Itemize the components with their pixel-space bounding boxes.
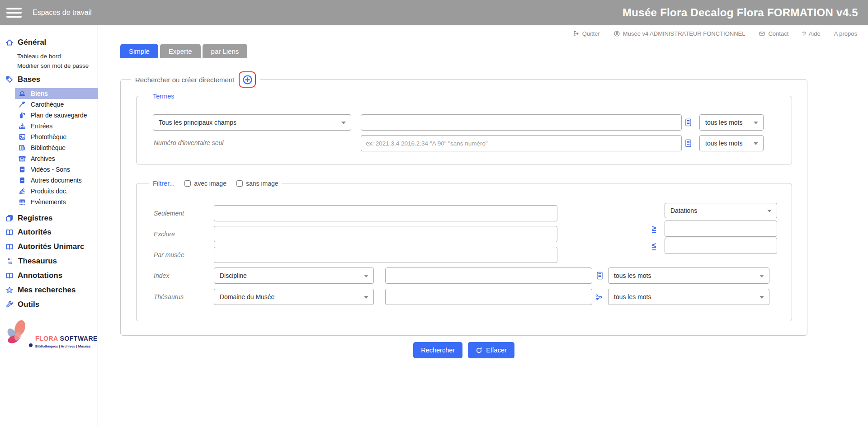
avec-image-checkbox[interactable] — [184, 180, 191, 187]
video-file-icon — [18, 165, 26, 174]
open-book-icon — [5, 243, 14, 251]
index-match-mode-dropdown[interactable]: tous les mots — [608, 267, 769, 284]
par-musee-label: Par musée — [154, 251, 184, 258]
mail-icon — [759, 30, 765, 37]
thesaurus-label: Thésaurus — [154, 293, 184, 300]
sidebar-section-thesaurus[interactable]: A↓↑B Thesaurus — [0, 254, 98, 268]
thesaurus-field-dropdown[interactable]: Domaine du Musée — [214, 289, 374, 305]
filter-legend[interactable]: Filtrer... — [153, 179, 175, 188]
panel-legend: Rechercher ou créer directement — [135, 76, 234, 84]
logo-tagline: Bibliothèques | Archives | Musées — [35, 344, 98, 348]
user-account-link[interactable]: Musée v4 ADMINISTRATEUR FONCTIONNEL — [613, 30, 745, 37]
fire-extinguisher-icon — [18, 111, 26, 119]
term-match-mode-dropdown[interactable]: tous les mots — [699, 114, 764, 131]
sidebar-item-evenements[interactable]: Evènements — [0, 197, 98, 207]
sidebar-section-mes-recherches[interactable]: Mes recherches — [0, 283, 98, 297]
text-cursor — [365, 118, 365, 127]
search-mode-tabs: Simple Experte par Liens — [120, 44, 247, 58]
term-search-input[interactable] — [361, 114, 682, 131]
rechercher-button[interactable]: Rechercher — [413, 342, 462, 358]
sidebar-section-label: Thesaurus — [18, 257, 57, 266]
sidebar-item-label: Archives — [31, 155, 55, 162]
flora-flower-icon — [3, 318, 31, 350]
a-propos-label: A propos — [834, 30, 857, 37]
chevron-down-icon — [364, 275, 368, 277]
sidebar-item-plan-de-sauvegarde[interactable]: Plan de sauvegarde — [0, 110, 98, 121]
index-lookup-icon[interactable] — [684, 118, 692, 127]
sidebar-section-autorites[interactable]: Autorités — [0, 225, 98, 239]
inventory-number-input[interactable] — [361, 135, 682, 151]
inventory-number-label: Numéro d'inventaire seul — [154, 139, 223, 146]
index-field-dropdown[interactable]: Discipline — [214, 267, 374, 284]
registers-icon — [5, 214, 14, 222]
datation-min-input[interactable] — [665, 221, 777, 237]
app-title: Musée Flora Decalog Flora FORMATION v4.5 — [623, 0, 858, 25]
field-selector-dropdown[interactable]: Tous les principaux champs — [153, 114, 351, 131]
thesaurus-value-input[interactable] — [385, 289, 592, 305]
sidebar-section-general[interactable]: Général — [0, 37, 98, 48]
chevron-down-icon — [754, 142, 758, 145]
sidebar-section-outils[interactable]: Outils — [0, 297, 98, 312]
sidebar: Général Tableau de bord Modifier son mot… — [0, 25, 98, 427]
a-propos-link[interactable]: A propos — [834, 30, 857, 37]
index-lookup-icon[interactable] — [684, 139, 692, 148]
sidebar-item-label: Photothèque — [31, 133, 66, 141]
sidebar-item-label: Biens — [31, 90, 48, 97]
datation-max-input[interactable] — [665, 238, 777, 254]
datations-dropdown[interactable]: Datations — [665, 203, 777, 218]
utility-bar: Quitter Musée v4 ADMINISTRATEUR FONCTION… — [573, 30, 857, 38]
sidebar-item-phototheque[interactable]: Photothèque — [0, 131, 98, 142]
logout-icon — [573, 30, 580, 37]
sidebar-item-carotheque[interactable]: Carothèque — [0, 99, 98, 110]
sidebar-item-autres-documents[interactable]: Autres documents — [0, 175, 98, 186]
effacer-button[interactable]: Effacer — [468, 342, 514, 358]
avec-image-option: avec image — [184, 179, 226, 188]
inventory-match-mode-dropdown[interactable]: tous les mots — [699, 135, 764, 151]
hamburger-menu-icon[interactable] — [6, 8, 22, 18]
sidebar-item-produits-doc[interactable]: Produits doc. — [0, 186, 98, 197]
gte-link[interactable]: ≥ — [652, 225, 656, 233]
image-icon — [18, 133, 26, 141]
sidebar-item-biens[interactable]: Biens — [15, 88, 98, 99]
contact-label: Contact — [768, 30, 788, 37]
termes-legend[interactable]: Termes — [149, 92, 178, 100]
logo-dot — [29, 343, 33, 347]
open-book-icon — [5, 272, 14, 280]
seulement-input[interactable] — [214, 205, 557, 221]
sidebar-item-label: Plan de sauvegarde — [31, 112, 87, 119]
chevron-down-icon — [767, 210, 772, 212]
help-icon: ? — [802, 30, 806, 38]
sidebar-item-videos-sons[interactable]: Vidéos - Sons — [0, 164, 98, 175]
sidebar-item-modifier-mot-de-passe[interactable]: Modifier son mot de passe — [0, 61, 98, 70]
calendar-icon — [18, 198, 26, 206]
lte-link[interactable]: ≤ — [652, 242, 656, 250]
contact-link[interactable]: Contact — [759, 30, 788, 37]
index-lookup-icon[interactable] — [596, 271, 604, 280]
exclure-input[interactable] — [214, 226, 557, 242]
tab-experte[interactable]: Experte — [160, 44, 201, 58]
inbox-download-icon — [18, 122, 26, 130]
sidebar-item-tableau-de-bord[interactable]: Tableau de bord — [0, 52, 98, 61]
thesaurus-match-mode-dropdown[interactable]: tous les mots — [608, 289, 769, 305]
sidebar-item-bibliotheque[interactable]: Bibliothèque — [0, 142, 98, 153]
search-create-panel: Rechercher ou créer directement Termes T… — [120, 79, 807, 336]
sidebar-item-label: Produits doc. — [31, 188, 68, 195]
index-value-input[interactable] — [385, 267, 592, 284]
sidebar-section-autorites-unimarc[interactable]: Autorités Unimarc — [0, 239, 98, 254]
sans-image-checkbox[interactable] — [236, 180, 243, 187]
quitter-link[interactable]: Quitter — [573, 30, 600, 37]
user-icon — [613, 30, 620, 37]
par-musee-input[interactable] — [214, 247, 557, 263]
sidebar-section-label: Autorités Unimarc — [18, 242, 84, 251]
sidebar-item-archives[interactable]: Archives — [0, 153, 98, 164]
tab-par-liens[interactable]: par Liens — [203, 44, 248, 58]
hierarchy-icon[interactable] — [595, 293, 603, 302]
aide-link[interactable]: ? Aide — [802, 30, 820, 38]
sidebar-section-registres[interactable]: Registres — [0, 211, 98, 225]
create-record-button[interactable] — [239, 71, 256, 88]
tab-simple[interactable]: Simple — [120, 44, 158, 58]
sidebar-item-label: Tableau de bord — [17, 53, 61, 60]
sidebar-section-annotations[interactable]: Annotations — [0, 268, 98, 283]
sidebar-item-entrees[interactable]: Entrées — [0, 121, 98, 131]
sidebar-section-bases[interactable]: Bases — [0, 74, 98, 85]
